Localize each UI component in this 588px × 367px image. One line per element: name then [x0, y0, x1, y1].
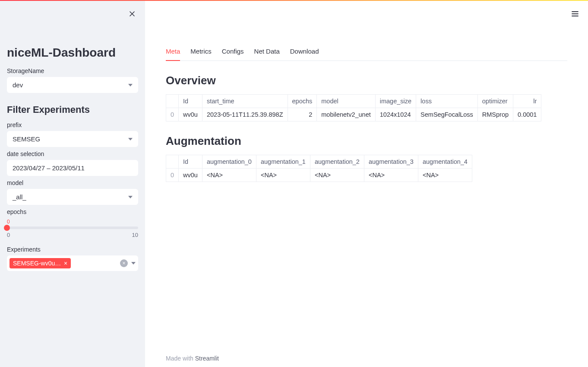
model-select[interactable]: _all_	[7, 189, 138, 205]
col-id: Id	[179, 155, 202, 169]
cell-loss: SemSegFocalLoss	[416, 108, 478, 121]
clear-all-icon[interactable]: ×	[120, 259, 128, 267]
table-row: 0 wv0u 2023-05-11T11.25.39.898Z 2 mobile…	[166, 108, 541, 121]
date-range-value: 2023/04/27 – 2023/05/11	[13, 164, 85, 172]
experiment-chip-label: SEMSEG-wv0u-2…	[13, 260, 61, 267]
cell-opt: RMSprop	[477, 108, 513, 121]
cell-a4: <NA>	[418, 169, 472, 182]
col-epochs: epochs	[288, 95, 317, 108]
footer-brand[interactable]: Streamlit	[195, 355, 219, 362]
cell-a3: <NA>	[364, 169, 418, 182]
epochs-max: 10	[132, 232, 138, 238]
idx-header	[166, 155, 179, 169]
col-lr: lr	[513, 95, 541, 108]
tab-metrics[interactable]: Metrics	[190, 44, 211, 61]
cell-model: mobilenetv2_unet	[317, 108, 375, 121]
tab-meta[interactable]: Meta	[166, 44, 180, 61]
cell-epochs: 2	[288, 108, 317, 121]
storage-label: StorageName	[7, 67, 138, 74]
row-idx: 0	[166, 169, 179, 182]
storage-value: dev	[13, 81, 23, 89]
epochs-label: epochs	[7, 208, 138, 215]
slider-thumb[interactable]	[4, 225, 10, 231]
augmentation-table: Id augmentation_0 augmentation_1 augment…	[166, 155, 472, 182]
col-a1: augmentation_1	[256, 155, 310, 169]
cell-lr: 0.0001	[513, 108, 541, 121]
footer: Made with Streamlit	[166, 355, 219, 362]
col-start: start_time	[202, 95, 288, 108]
table-row: 0 wv0u <NA> <NA> <NA> <NA> <NA>	[166, 169, 472, 182]
experiment-chip[interactable]: SEMSEG-wv0u-2… ×	[9, 258, 71, 268]
date-label: date selection	[7, 150, 138, 157]
table-header-row: Id augmentation_0 augmentation_1 augment…	[166, 155, 472, 169]
tab-net-data[interactable]: Net Data	[254, 44, 280, 61]
prefix-select[interactable]: SEMSEG	[7, 131, 138, 147]
cell-start: 2023-05-11T11.25.39.898Z	[202, 108, 288, 121]
tab-bar: Meta Metrics Configs Net Data Download	[166, 44, 567, 61]
col-loss: loss	[416, 95, 478, 108]
tab-configs[interactable]: Configs	[222, 44, 244, 61]
idx-header	[166, 95, 179, 108]
experiments-label: Experiments	[7, 246, 138, 253]
filter-heading: Filter Experiments	[7, 104, 138, 115]
overview-heading: Overview	[166, 74, 567, 87]
col-id: Id	[179, 95, 202, 108]
cell-id: wv0u	[179, 108, 202, 121]
chevron-down-icon	[128, 196, 133, 198]
main-content: Meta Metrics Configs Net Data Download O…	[145, 1, 588, 367]
col-a4: augmentation_4	[418, 155, 472, 169]
sidebar: niceML-Dashboard StorageName dev Filter …	[0, 1, 145, 367]
cell-a2: <NA>	[310, 169, 364, 182]
epochs-current-value: 0	[7, 219, 138, 225]
slider-track[interactable]	[7, 227, 138, 229]
col-a3: augmentation_3	[364, 155, 418, 169]
model-value: _all_	[13, 193, 26, 201]
chevron-down-icon	[128, 84, 133, 86]
overview-table: Id start_time epochs model image_size lo…	[166, 94, 541, 121]
hamburger-menu-icon[interactable]	[569, 8, 581, 20]
col-a0: augmentation_0	[202, 155, 256, 169]
row-idx: 0	[166, 108, 179, 121]
experiments-multiselect[interactable]: SEMSEG-wv0u-2… × ×	[7, 255, 138, 271]
col-a2: augmentation_2	[310, 155, 364, 169]
prefix-label: prefix	[7, 121, 138, 128]
date-range-input[interactable]: 2023/04/27 – 2023/05/11	[7, 160, 138, 176]
footer-made: Made with	[166, 355, 195, 362]
prefix-value: SEMSEG	[13, 135, 40, 143]
table-header-row: Id start_time epochs model image_size lo…	[166, 95, 541, 108]
cell-a1: <NA>	[256, 169, 310, 182]
storage-select[interactable]: dev	[7, 77, 138, 93]
col-model: model	[317, 95, 375, 108]
tab-download[interactable]: Download	[290, 44, 319, 61]
cell-img: 1024x1024	[375, 108, 416, 121]
chevron-down-icon	[128, 138, 133, 140]
epochs-slider[interactable]: 0 0 10	[7, 219, 138, 238]
close-sidebar-icon[interactable]	[126, 8, 138, 20]
model-label: model	[7, 179, 138, 186]
epochs-min: 0	[7, 232, 10, 238]
chevron-down-icon	[131, 262, 136, 265]
col-opt: optimizer	[477, 95, 513, 108]
cell-id: wv0u	[179, 169, 202, 182]
col-img: image_size	[375, 95, 416, 108]
app-title: niceML-Dashboard	[7, 46, 138, 60]
augmentation-heading: Augmentation	[166, 134, 567, 148]
cell-a0: <NA>	[202, 169, 256, 182]
chip-remove-icon[interactable]: ×	[64, 260, 67, 266]
